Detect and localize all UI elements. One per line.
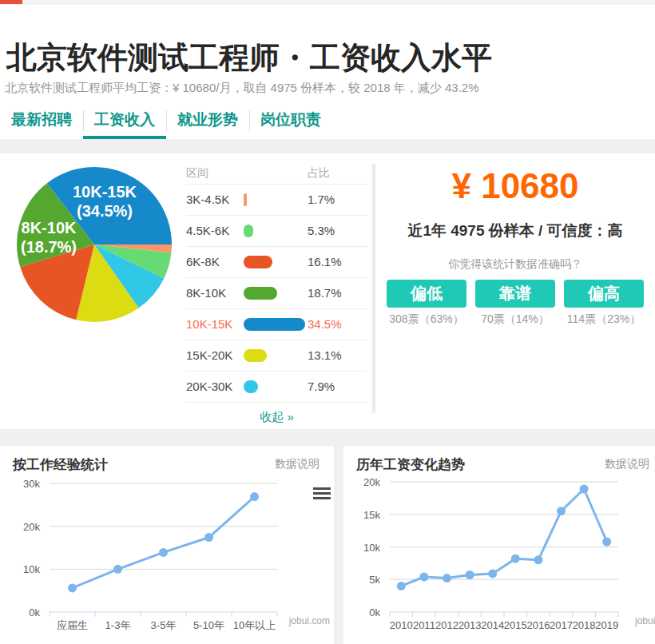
- svg-text:2011: 2011: [413, 619, 435, 631]
- svg-text:应届生: 应届生: [57, 619, 88, 631]
- vote-count-1: 70票（14%）: [475, 312, 555, 327]
- vote-counts-row: 308票（63%）70票（14%）114票（23%）: [375, 312, 655, 327]
- range-label: 6K-8K: [186, 247, 220, 277]
- page-title: 北京软件测试工程师・工资收入水平: [6, 38, 492, 78]
- share-bar: [244, 349, 267, 362]
- range-label: 15K-20K: [186, 340, 232, 371]
- vote-button-0[interactable]: 偏低: [387, 280, 466, 308]
- svg-text:5-10年: 5-10年: [193, 619, 224, 631]
- svg-text:20k: 20k: [23, 521, 40, 533]
- range-label: 3K-4.5K: [186, 185, 229, 215]
- experience-chart-card: 按工作经验统计 数据说明 0k10k20k30k应届生1-3年3-5年5-10年…: [0, 446, 334, 644]
- salary-page: 北京软件测试工程师・工资收入水平 北京软件测试工程师平均工资：¥ 10680/月…: [0, 0, 655, 644]
- svg-text:3-5年: 3-5年: [151, 619, 177, 631]
- table-header: 区间 占比: [186, 161, 367, 185]
- top-left-red-mark: [0, 0, 22, 4]
- chart-menu-icon[interactable]: [313, 487, 331, 502]
- range-label: 10K-15K: [186, 309, 232, 340]
- share-value: 13.1%: [308, 340, 342, 371]
- average-salary-value: ¥ 10680: [375, 166, 655, 206]
- trend-chart-card: 历年工资变化趋势 数据说明 0k5k10k15k20k2010201120122…: [343, 446, 655, 644]
- range-label: 20K-30K: [186, 372, 232, 402]
- share-value: 16.1%: [308, 247, 342, 277]
- pie-inside-label: 8K-10K: [22, 219, 77, 237]
- svg-text:20k: 20k: [363, 476, 380, 488]
- salary-distribution-card: 8K-10K(18.7%)10K-15K(34.5%) 区间 占比 3K-4.5…: [0, 153, 655, 429]
- pie-inside-label: (34.5%): [77, 202, 133, 220]
- svg-text:0k: 0k: [369, 606, 380, 618]
- distribution-row-3K-4.5K[interactable]: 3K-4.5K1.7%: [186, 185, 367, 216]
- svg-text:30k: 30k: [23, 478, 40, 490]
- top-strip: [0, 0, 655, 5]
- share-bar: [244, 225, 253, 237]
- vote-button-2[interactable]: 偏高: [564, 280, 644, 308]
- svg-text:2014: 2014: [481, 619, 504, 631]
- svg-text:2016: 2016: [526, 619, 550, 631]
- share-value: 5.3%: [308, 216, 335, 246]
- distribution-row-20K-30K[interactable]: 20K-30K7.9%: [186, 372, 367, 403]
- column-header-range: 区间: [186, 166, 208, 179]
- distribution-row-8K-10K[interactable]: 8K-10K18.7%: [186, 278, 367, 309]
- range-label: 4.5K-6K: [186, 216, 229, 246]
- jobui-watermark: jobui.com: [635, 615, 655, 626]
- vote-count-0: 308票（63%）: [387, 312, 466, 327]
- distribution-row-6K-8K[interactable]: 6K-8K16.1%: [186, 247, 367, 278]
- tab-0[interactable]: 最新招聘: [0, 102, 83, 139]
- svg-text:2010: 2010: [390, 619, 413, 631]
- share-value: 34.5%: [308, 309, 342, 340]
- tab-1[interactable]: 工资收入: [83, 102, 166, 139]
- page-subtitle: 北京软件测试工程师平均工资：¥ 10680/月，取自 4975 份样本，较 20…: [5, 81, 479, 96]
- svg-text:2018: 2018: [573, 619, 596, 631]
- tab-2[interactable]: 就业形势: [166, 102, 249, 139]
- tab-3[interactable]: 岗位职责: [249, 102, 332, 139]
- share-bar: [244, 256, 272, 268]
- share-value: 1.7%: [308, 185, 335, 215]
- share-bar: [244, 380, 258, 393]
- svg-text:2013: 2013: [458, 619, 482, 631]
- vote-button-1[interactable]: 靠谱: [475, 280, 555, 308]
- distribution-row-4.5K-6K[interactable]: 4.5K-6K5.3%: [186, 216, 367, 247]
- svg-text:10k: 10k: [363, 542, 380, 554]
- share-value: 7.9%: [308, 372, 335, 402]
- share-bar: [244, 193, 247, 206]
- salary-summary-panel: ¥ 10680 近1年 4975 份样本 / 可信度：高 你觉得该统计数据准确吗…: [375, 153, 655, 429]
- svg-text:10年以上: 10年以上: [233, 619, 276, 631]
- jobui-watermark: jobui.com: [289, 615, 330, 626]
- share-value: 18.7%: [308, 278, 342, 308]
- salary-distribution-table: 区间 占比 3K-4.5K1.7%4.5K-6K5.3%6K-8K16.1%8K…: [186, 161, 367, 425]
- experience-line-chart: 0k10k20k30k应届生1-3年3-5年5-10年10年以上: [0, 446, 334, 644]
- pie-inside-label: (18.7%): [21, 238, 77, 256]
- share-bar: [244, 318, 305, 331]
- svg-text:2019: 2019: [595, 619, 618, 631]
- distribution-row-10K-15K[interactable]: 10K-15K34.5%: [186, 309, 367, 340]
- vote-question: 你觉得该统计数据准确吗？: [375, 257, 655, 272]
- content-area: 8K-10K(18.7%)10K-15K(34.5%) 区间 占比 3K-4.5…: [0, 139, 655, 644]
- salary-pie-chart[interactable]: 8K-10K(18.7%)10K-15K(34.5%): [15, 165, 175, 325]
- svg-text:0k: 0k: [29, 606, 40, 618]
- tab-bar: 最新招聘工资收入就业形势岗位职责: [0, 102, 655, 139]
- vote-count-2: 114票（23%）: [564, 312, 644, 327]
- svg-text:2012: 2012: [435, 619, 458, 631]
- trend-line-chart: 0k5k10k15k20k201020112012201320142015201…: [343, 446, 655, 644]
- svg-text:10k: 10k: [23, 563, 40, 575]
- legend-rows: 3K-4.5K1.7%4.5K-6K5.3%6K-8K16.1%8K-10K18…: [186, 185, 367, 403]
- svg-text:5k: 5k: [369, 574, 380, 586]
- column-header-share: 占比: [308, 161, 330, 184]
- pie-inside-label: 10K-15K: [73, 183, 137, 201]
- vote-buttons-row: 偏低靠谱偏高: [375, 280, 655, 308]
- distribution-row-15K-20K[interactable]: 15K-20K13.1%: [186, 340, 367, 372]
- sample-credibility-line: 近1年 4975 份样本 / 可信度：高: [375, 221, 655, 241]
- svg-text:2015: 2015: [504, 619, 527, 631]
- svg-text:1-3年: 1-3年: [105, 619, 131, 631]
- svg-text:2017: 2017: [550, 619, 573, 631]
- range-label: 8K-10K: [186, 278, 226, 308]
- svg-text:15k: 15k: [363, 509, 380, 521]
- share-bar: [244, 287, 277, 300]
- collapse-link[interactable]: 收起 »: [186, 410, 367, 425]
